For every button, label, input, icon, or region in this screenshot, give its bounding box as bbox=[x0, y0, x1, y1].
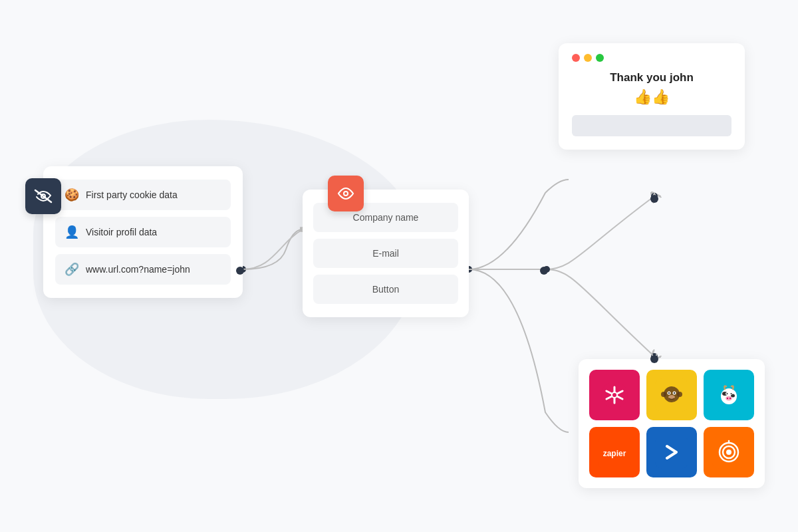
data-item-url: 🔗 www.url.com?name=john bbox=[55, 254, 231, 285]
integration-plug[interactable] bbox=[704, 427, 754, 477]
form-field-email: E-mail bbox=[313, 239, 458, 268]
data-item-cookie: 🍪 First party cookie data bbox=[55, 180, 231, 210]
node-icon-orange[interactable] bbox=[328, 176, 364, 211]
svg-point-2 bbox=[344, 192, 347, 195]
card-thankyou: Thank you john 👍👍 bbox=[559, 43, 745, 150]
svg-point-27 bbox=[730, 398, 731, 399]
thankyou-title: Thank you john bbox=[572, 71, 732, 84]
link-icon: 🔗 bbox=[65, 262, 79, 277]
form-field-company-label: Company name bbox=[353, 212, 419, 223]
dot-red bbox=[572, 54, 580, 62]
svg-point-24 bbox=[731, 393, 732, 394]
svg-point-34 bbox=[726, 450, 732, 455]
dot-green bbox=[596, 54, 604, 62]
card-form-fields: Company name E-mail Button bbox=[303, 190, 469, 317]
integration-mailchimp[interactable] bbox=[646, 370, 697, 420]
node-icon-dark[interactable] bbox=[25, 178, 61, 214]
svg-point-23 bbox=[727, 393, 728, 394]
connector-dot-4 bbox=[650, 355, 658, 363]
thankyou-emoji: 👍👍 bbox=[572, 88, 732, 106]
titlebar bbox=[572, 54, 732, 62]
card-data-sources: 🍪 First party cookie data 👤 Visitoir pro… bbox=[43, 166, 243, 298]
svg-point-16 bbox=[677, 392, 682, 397]
cookie-icon: 🍪 bbox=[65, 188, 79, 202]
connector-dot-1 bbox=[236, 267, 244, 275]
form-field-email-label: E-mail bbox=[372, 248, 399, 259]
integrations-grid: zapier bbox=[589, 370, 754, 477]
form-field-button-label: Button bbox=[372, 284, 399, 295]
card-integrations: zapier bbox=[579, 359, 765, 488]
data-item-profile: 👤 Visitoir profil data bbox=[55, 217, 231, 247]
svg-point-12 bbox=[668, 392, 670, 394]
svg-text:zapier: zapier bbox=[603, 449, 626, 458]
integration-cow[interactable] bbox=[704, 370, 754, 420]
thankyou-bar bbox=[572, 115, 732, 136]
connector-dot-3 bbox=[650, 195, 658, 203]
svg-rect-30 bbox=[655, 436, 688, 469]
form-field-button: Button bbox=[313, 275, 458, 304]
svg-point-7 bbox=[612, 392, 617, 398]
integration-arrow[interactable] bbox=[646, 427, 697, 477]
data-item-url-label: www.url.com?name=john bbox=[86, 264, 190, 275]
dot-yellow bbox=[584, 54, 592, 62]
profile-icon: 👤 bbox=[65, 225, 79, 239]
integration-webhook[interactable] bbox=[589, 370, 640, 420]
svg-point-13 bbox=[674, 392, 675, 394]
svg-point-25 bbox=[726, 396, 732, 401]
connector-dot-2 bbox=[540, 267, 548, 275]
svg-point-15 bbox=[661, 392, 666, 397]
data-item-cookie-label: First party cookie data bbox=[86, 190, 178, 200]
integration-zapier[interactable]: zapier bbox=[589, 427, 640, 477]
svg-point-26 bbox=[727, 398, 728, 399]
data-item-profile-label: Visitoir profil data bbox=[86, 227, 157, 237]
